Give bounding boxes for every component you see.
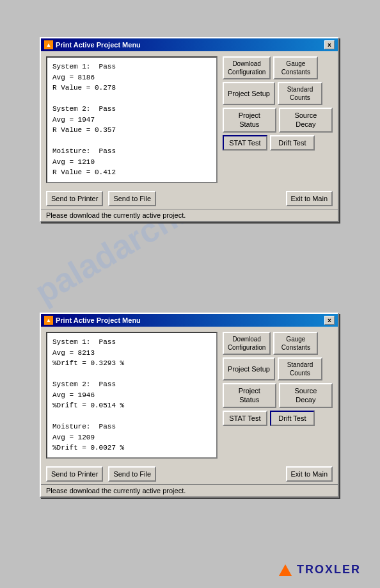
window-icon-1: ▲ — [44, 40, 53, 49]
title-bar-2: ▲ Print Active Project Menu × — [41, 314, 338, 327]
results-text-area-2: System 1: Pass Avg = 8213 %Drift = 0.329… — [46, 332, 218, 459]
btn-row-3: Project Status Source Decay — [223, 108, 333, 133]
exit-to-main-button-1[interactable]: Exit to Main — [286, 191, 333, 206]
text-line: System 2: Pass — [52, 104, 211, 115]
text-line: Avg = 1210 — [52, 157, 211, 168]
text-line: R Value = 0.357 — [52, 125, 211, 136]
btn-row-1: Download Configuration Gauge Constants — [223, 56, 333, 79]
send-to-printer-button-2[interactable]: Send to Printer — [46, 466, 103, 482]
buttons-panel-1: Download Configuration Gauge Constants P… — [223, 56, 333, 183]
gauge-constants-button-1[interactable]: Gauge Constants — [273, 56, 318, 79]
text-line — [52, 136, 211, 147]
text-line: %Drift = 0.0027 % — [52, 443, 211, 453]
btn-row-4: STAT Test Drift Test — [223, 135, 333, 151]
drift-test-button-1[interactable]: Drift Test — [270, 135, 315, 151]
btn-row-7: Project Status Source Decay — [223, 383, 333, 408]
status-bar-2: Please download the currently active pro… — [41, 484, 338, 496]
text-line: System 1: Pass — [52, 61, 211, 72]
stat-test-button-1[interactable]: STAT Test — [223, 135, 267, 151]
troxler-name: TROXLER — [297, 563, 361, 576]
btn-row-5: Download Configuration Gauge Constants — [223, 332, 333, 355]
bottom-bar-2: Send to Printer Send to File Exit to Mai… — [41, 464, 338, 484]
text-line: Moisture: Pass — [52, 421, 211, 432]
results-text-area-1: System 1: Pass Avg = 8186 R Value = 0.27… — [46, 56, 218, 183]
window-title-1: Print Active Project Menu — [56, 41, 141, 49]
text-line: Avg = 8186 — [52, 72, 211, 83]
text-line: Moisture: Pass — [52, 146, 211, 157]
send-to-file-button-1[interactable]: Send to File — [108, 191, 156, 206]
project-setup-button-1[interactable]: Project Setup — [223, 82, 275, 105]
btn-row-6: Project Setup Standard Counts — [223, 357, 333, 380]
buttons-panel-2: Download Configuration Gauge Constants P… — [223, 332, 333, 459]
drift-test-button-2[interactable]: Drift Test — [270, 411, 315, 426]
stat-test-button-2[interactable]: STAT Test — [223, 411, 267, 426]
download-config-button-1[interactable]: Download Configuration — [223, 56, 271, 79]
text-line: Avg = 1947 — [52, 115, 211, 126]
btn-row-8: STAT Test Drift Test — [223, 411, 333, 426]
status-text-2: Please download the currently active pro… — [46, 487, 186, 494]
btn-row-2: Project Setup Standard Counts — [223, 82, 333, 105]
text-line — [52, 411, 211, 422]
troxler-logo: TROXLER — [279, 563, 361, 576]
project-status-button-1[interactable]: Project Status — [223, 108, 276, 133]
gauge-constants-button-2[interactable]: Gauge Constants — [273, 332, 318, 355]
standard-counts-button-2[interactable]: Standard Counts — [278, 357, 322, 380]
exit-to-main-button-2[interactable]: Exit to Main — [286, 466, 333, 482]
text-line: %Drift = 0.0514 % — [52, 400, 211, 411]
text-line: Avg = 1209 — [52, 432, 211, 443]
text-line: R Value = 0.412 — [52, 167, 211, 178]
window-icon-2: ▲ — [44, 316, 53, 325]
window1-content: System 1: Pass Avg = 8186 R Value = 0.27… — [41, 51, 338, 188]
source-decay-button-1[interactable]: Source Decay — [279, 108, 333, 133]
send-to-file-button-2[interactable]: Send to File — [108, 466, 156, 482]
window-2: ▲ Print Active Project Menu × System 1: … — [40, 313, 339, 498]
send-to-printer-button-1[interactable]: Send to Printer — [46, 191, 103, 206]
project-status-button-2[interactable]: Project Status — [223, 383, 276, 408]
troxler-triangle-icon — [279, 564, 292, 576]
text-line: Avg = 1946 — [52, 390, 211, 401]
standard-counts-button-1[interactable]: Standard Counts — [278, 82, 322, 105]
close-button-2[interactable]: × — [324, 316, 335, 325]
close-button-1[interactable]: × — [324, 40, 335, 49]
text-line: Avg = 8213 — [52, 348, 211, 359]
download-config-button-2[interactable]: Download Configuration — [223, 332, 271, 355]
bottom-bar-1: Send to Printer Send to File Exit to Mai… — [41, 188, 338, 209]
project-setup-button-2[interactable]: Project Setup — [223, 357, 275, 380]
text-line: System 1: Pass — [52, 337, 211, 348]
window-1: ▲ Print Active Project Menu × System 1: … — [40, 37, 339, 222]
text-line: R Value = 0.278 — [52, 83, 211, 94]
status-text-1: Please download the currently active pro… — [46, 211, 186, 219]
text-line: System 2: Pass — [52, 379, 211, 390]
text-line: %Drift = 0.3293 % — [52, 358, 211, 369]
title-bar-1: ▲ Print Active Project Menu × — [41, 38, 338, 51]
window-title-2: Print Active Project Menu — [56, 316, 141, 324]
window2-content: System 1: Pass Avg = 8213 %Drift = 0.329… — [41, 327, 338, 464]
text-line — [52, 94, 211, 104]
status-bar-1: Please download the currently active pro… — [41, 209, 338, 221]
text-line — [52, 369, 211, 380]
source-decay-button-2[interactable]: Source Decay — [279, 383, 333, 408]
